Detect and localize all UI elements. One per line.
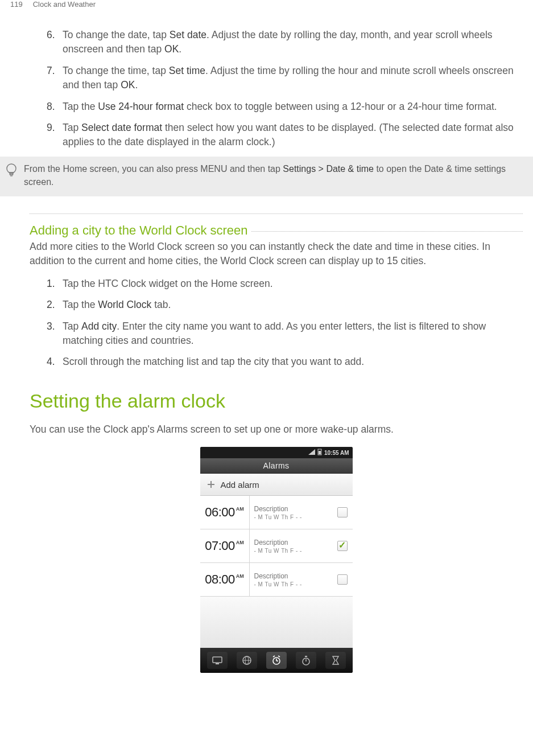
alarm-time: 07:00AM — [200, 529, 250, 562]
alarm-description: Description — [254, 539, 328, 547]
item-number: 6. — [47, 28, 60, 42]
page-header: 119 Clock and Weather — [0, 0, 533, 12]
screen-title: Alarms — [263, 461, 290, 470]
item-number: 4. — [47, 355, 60, 369]
ui-term: Set date — [170, 29, 206, 40]
numbered-list-date-time: 6. To change the date, tap Set date. Adj… — [0, 28, 533, 150]
chapter-title: Clock and Weather — [33, 0, 96, 9]
text: Tap — [63, 122, 81, 133]
alarm-details: Description - M Tu W Th F - - — [250, 496, 332, 529]
item-number: 8. — [47, 100, 60, 114]
checkbox-icon — [337, 507, 348, 517]
alarm-ampm: AM — [236, 506, 244, 512]
bottom-tab-bar — [200, 648, 353, 673]
svg-line-15 — [273, 656, 275, 657]
svg-rect-8 — [216, 663, 219, 664]
tip-callout: From the Home screen, you can also press… — [0, 157, 533, 196]
item-number: 7. — [47, 64, 60, 78]
alarm-row[interactable]: 07:00AM Description - M Tu W Th F - - — [200, 529, 353, 563]
list-item: 7. To change the time, tap Set time. Adj… — [63, 64, 523, 93]
alarm-toggle[interactable] — [332, 529, 353, 562]
svg-rect-4 — [319, 451, 321, 454]
list-item: 2. Tap the World Clock tab. — [63, 298, 523, 312]
svg-point-0 — [7, 164, 16, 173]
ui-term: OK — [121, 79, 135, 91]
signal-icon — [308, 449, 315, 456]
alarm-time-value: 08:00 — [205, 572, 235, 587]
ui-term: Add city — [81, 321, 117, 332]
alarm-row[interactable]: 08:00AM Description - M Tu W Th F - - — [200, 563, 353, 597]
alarm-days: - M Tu W Th F - - — [254, 514, 328, 520]
text: Tap — [63, 321, 81, 332]
alarm-days: - M Tu W Th F - - — [254, 581, 328, 587]
item-number: 9. — [47, 121, 60, 135]
ui-term: World Clock — [98, 299, 151, 310]
svg-line-16 — [278, 656, 280, 657]
item-number: 3. — [47, 319, 60, 334]
text: check box to toggle between using a 12-h… — [184, 101, 497, 112]
list-item: 6. To change the date, tap Set date. Adj… — [63, 28, 523, 57]
add-alarm-label: Add alarm — [221, 480, 259, 490]
lightbulb-icon — [5, 162, 18, 182]
alarm-time: 08:00AM — [200, 563, 250, 596]
alarm-toggle[interactable] — [332, 496, 353, 529]
text: . — [179, 43, 181, 55]
empty-area — [200, 597, 353, 648]
screen-title-bar: Alarms — [200, 458, 353, 474]
tab-desk-clock-icon[interactable] — [207, 652, 228, 669]
text: From the Home screen, you can also press… — [24, 164, 283, 174]
section-heading: Adding a city to the World Clock screen — [30, 223, 251, 238]
checkbox-icon — [337, 574, 348, 585]
list-item: 4. Scroll through the matching list and … — [63, 355, 523, 369]
svg-rect-19 — [305, 656, 307, 657]
alarm-screenshot: 10:55 AM Alarms Add alarm 06:00AM — [200, 447, 353, 673]
alarm-description: Description — [254, 505, 328, 513]
list-item: 9. Tap Select date format then select ho… — [63, 121, 523, 150]
alarm-days: - M Tu W Th F - - — [254, 548, 328, 554]
text: . — [135, 79, 138, 91]
ui-term: Use 24-hour format — [98, 101, 184, 112]
list-item: 8. Tap the Use 24-hour format check box … — [63, 100, 523, 114]
text: . Enter the city name you want to add. A… — [63, 321, 486, 346]
main-heading: Setting the alarm clock — [30, 390, 523, 412]
alarm-row[interactable]: 06:00AM Description - M Tu W Th F - - — [200, 496, 353, 529]
tab-alarms-icon[interactable] — [266, 652, 287, 669]
text: Tap the — [63, 299, 98, 310]
text: tab. — [151, 299, 171, 310]
ui-term: OK — [164, 43, 179, 55]
svg-rect-7 — [213, 657, 222, 663]
alarm-description: Description — [254, 572, 328, 580]
divider — [30, 213, 523, 214]
tab-stopwatch-icon[interactable] — [296, 652, 316, 669]
alarm-time-value: 07:00 — [205, 539, 235, 553]
android-status-bar: 10:55 AM — [200, 447, 353, 458]
plus-icon — [206, 479, 216, 490]
item-number: 1. — [47, 277, 60, 291]
tab-timer-icon[interactable] — [325, 652, 346, 669]
ui-term: Set time — [169, 65, 205, 76]
alarm-details: Description - M Tu W Th F - - — [250, 563, 332, 596]
text: Scroll through the matching list and tap… — [63, 356, 364, 367]
page-number: 119 — [10, 0, 23, 9]
main-paragraph: You can use the Clock app's Alarms scree… — [30, 422, 523, 437]
ui-term: Settings > Date & time — [283, 164, 374, 174]
alarm-ampm: AM — [236, 573, 244, 579]
alarm-time: 06:00AM — [200, 496, 250, 529]
list-item: 1. Tap the HTC Clock widget on the Home … — [63, 277, 523, 291]
list-item: 3. Tap Add city. Enter the city name you… — [63, 319, 523, 348]
text: To change the date, tap — [63, 29, 170, 40]
add-alarm-row[interactable]: Add alarm — [200, 474, 353, 496]
battery-icon — [317, 449, 322, 457]
checkbox-checked-icon — [337, 541, 348, 551]
numbered-list-world-clock: 1. Tap the HTC Clock widget on the Home … — [30, 277, 523, 369]
text: Tap the HTC Clock widget on the Home scr… — [63, 278, 273, 289]
status-time: 10:55 AM — [324, 450, 349, 456]
text: Tap the — [63, 101, 98, 112]
ui-term: Select date format — [81, 122, 162, 133]
item-number: 2. — [47, 298, 60, 312]
tab-world-clock-icon[interactable] — [237, 652, 257, 669]
alarm-toggle[interactable] — [332, 563, 353, 596]
text: To change the time, tap — [63, 65, 169, 76]
alarm-ampm: AM — [236, 540, 244, 545]
alarm-time-value: 06:00 — [205, 505, 235, 520]
